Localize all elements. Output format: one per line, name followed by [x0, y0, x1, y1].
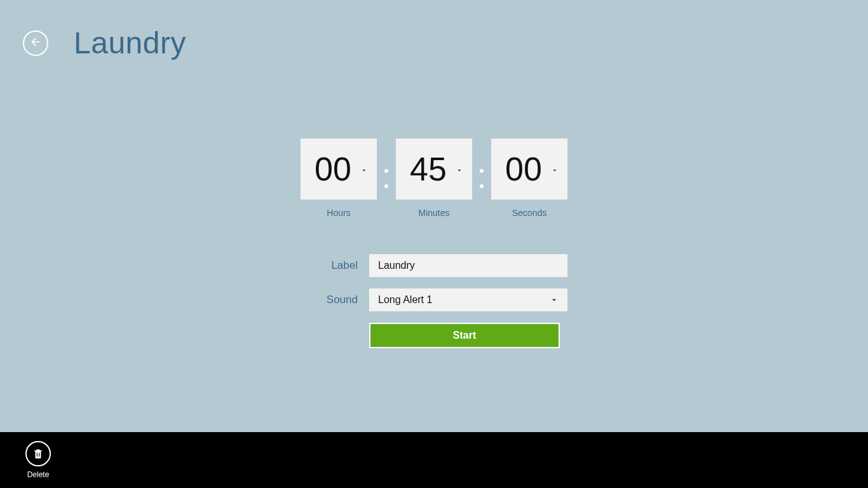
- chevron-down-icon: [551, 165, 559, 173]
- minutes-picker[interactable]: 45: [396, 139, 472, 200]
- chevron-down-icon: [550, 295, 559, 304]
- app-bar: Delete: [0, 432, 868, 488]
- arrow-left-icon: [29, 36, 42, 51]
- settings-form: Label Sound Long Alert 1 Start: [301, 254, 567, 348]
- start-button-label: Start: [453, 330, 476, 341]
- hours-label: Hours: [327, 208, 350, 218]
- delete-button[interactable]: Delete: [25, 441, 51, 479]
- time-picker-row: 00 Hours 45 Minutes 00 Seconds: [301, 139, 567, 218]
- minutes-value: 45: [410, 150, 458, 188]
- chevron-down-icon: [456, 165, 463, 173]
- seconds-label: Seconds: [512, 208, 546, 218]
- label-input[interactable]: [369, 254, 567, 277]
- page-title: Laundry: [74, 25, 186, 60]
- separator-colon: [472, 148, 491, 209]
- sound-value: Long Alert 1: [378, 294, 432, 306]
- hours-value: 00: [315, 150, 363, 188]
- back-button[interactable]: [23, 30, 48, 56]
- minutes-label: Minutes: [418, 208, 449, 218]
- label-row: Label: [301, 254, 567, 277]
- hours-picker[interactable]: 00: [301, 139, 377, 200]
- sound-row: Sound Long Alert 1: [301, 288, 567, 311]
- sound-select[interactable]: Long Alert 1: [369, 288, 567, 311]
- seconds-column: 00 Seconds: [491, 139, 567, 218]
- header: Laundry: [23, 25, 186, 60]
- start-button[interactable]: Start: [369, 323, 560, 348]
- delete-label: Delete: [27, 470, 50, 479]
- sound-caption: Sound: [301, 294, 369, 306]
- minutes-column: 45 Minutes: [396, 139, 472, 218]
- trash-icon: [25, 441, 51, 466]
- chevron-down-icon: [360, 165, 368, 173]
- separator-colon: [377, 148, 396, 209]
- seconds-value: 00: [505, 150, 553, 188]
- hours-column: 00 Hours: [301, 139, 377, 218]
- label-caption: Label: [301, 259, 369, 272]
- seconds-picker[interactable]: 00: [491, 139, 567, 200]
